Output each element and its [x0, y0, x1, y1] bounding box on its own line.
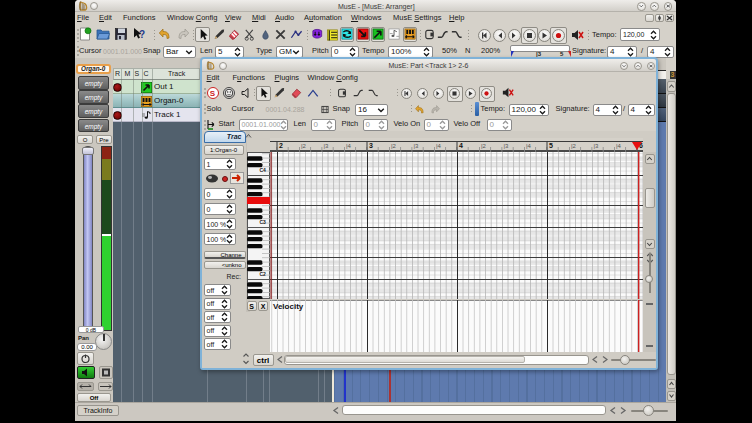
svg-text:?: ? — [139, 29, 145, 40]
